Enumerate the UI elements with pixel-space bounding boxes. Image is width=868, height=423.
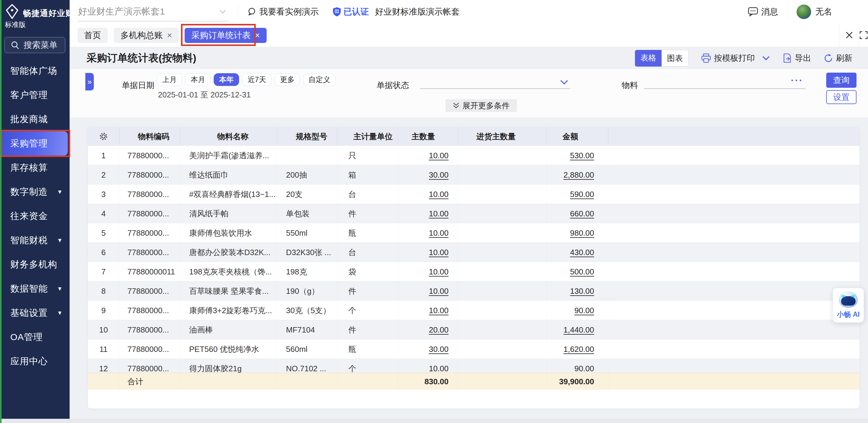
cell-name: 维达纸面巾 (180, 165, 277, 185)
date-preset-pill[interactable]: 本年 (214, 73, 239, 86)
sidebar-item-label: 数字制造 (10, 186, 48, 198)
view-chart-button[interactable]: 图表 (661, 50, 688, 67)
expand-more-button[interactable]: 展开更多条件 (445, 99, 517, 112)
amount-link[interactable]: 2,880.00 (563, 170, 594, 180)
query-button[interactable]: 查询 (826, 73, 857, 88)
sidebar-item[interactable]: 批发商城 (0, 107, 70, 131)
refresh-button[interactable]: 刷新 (824, 53, 852, 64)
avatar[interactable] (797, 4, 811, 19)
amount-link[interactable]: 590.00 (570, 190, 594, 199)
cell-name: 康师傅3+2旋彩卷巧克... (180, 301, 277, 320)
cell-name: 美润护手霜(渗透滋养... (180, 146, 277, 165)
window-controls (839, 24, 868, 46)
status-select[interactable] (420, 72, 570, 89)
sidebar-item[interactable]: 数字制造▾ (0, 180, 70, 204)
qty-link[interactable]: 10.00 (429, 248, 448, 257)
tab-close-icon[interactable]: × (167, 31, 172, 40)
demo-link-label: 我要看实例演示 (259, 6, 319, 18)
print-button[interactable]: 按模板打印 (701, 53, 770, 64)
date-preset-pill[interactable]: 近7天 (242, 73, 272, 86)
tab-多机构总账[interactable]: 多机构总账× (114, 28, 179, 43)
sidebar-item[interactable]: 客户管理 (0, 83, 70, 107)
qty-link[interactable]: 20.00 (429, 325, 448, 335)
amount-link[interactable]: 980.00 (570, 228, 594, 238)
qty-link[interactable]: 10.00 (429, 190, 448, 199)
sidebar-item[interactable]: 基础设置▾ (0, 301, 70, 325)
sidebar-item[interactable]: 库存核算 (0, 156, 70, 180)
tab-首页[interactable]: 首页 (78, 28, 108, 43)
date-preset-pill[interactable]: 更多 (275, 73, 300, 86)
qty-link[interactable]: 30.00 (429, 170, 448, 180)
sidebar-item[interactable]: 智能体广场 (0, 59, 70, 83)
fullscreen-icon[interactable] (859, 24, 868, 46)
collapse-filter-button[interactable]: » (85, 73, 94, 91)
gear-icon[interactable] (99, 132, 108, 141)
sidebar-item-label: 基础设置 (10, 307, 48, 319)
user-name: 无名 (815, 6, 832, 18)
cell-unit: 瓶 (337, 223, 398, 243)
cell-code: 77880000... (120, 146, 180, 165)
cell-qty: 10.00 (398, 262, 458, 282)
cell-filler (608, 262, 860, 282)
amount-link[interactable]: 90.00 (575, 364, 594, 373)
material-input[interactable]: ··· (644, 72, 806, 89)
ai-assistant-label: 小畅 AI (837, 310, 860, 319)
date-preset-pill[interactable]: 自定义 (303, 73, 336, 86)
qty-link[interactable]: 30.00 (429, 345, 448, 354)
qty-link[interactable]: 10.00 (429, 209, 448, 219)
sidebar-item[interactable]: 数据智能▾ (0, 276, 70, 301)
sidebar-item-label: 数据智能 (10, 283, 48, 295)
divider (238, 5, 238, 19)
cell-purchase_qty (458, 243, 547, 262)
qty-link[interactable]: 10.00 (429, 151, 448, 160)
sidebar-item[interactable]: 采购管理 (0, 131, 68, 156)
amount-link[interactable]: 1,440.00 (563, 325, 594, 335)
date-range-value[interactable]: 2025-01-01 至 2025-12-31 (158, 90, 251, 100)
cell-spec: 190（g） (277, 282, 337, 301)
close-icon[interactable] (839, 24, 859, 46)
messages-button[interactable]: 消息 (748, 6, 778, 18)
sidebar-item[interactable]: OA管理 (0, 325, 70, 349)
tab-采购订单统计表[interactable]: 采购订单统计表× (185, 28, 266, 43)
sidebar-search-input[interactable]: 搜索菜单 (4, 37, 65, 53)
amount-link[interactable]: 90.00 (575, 306, 594, 315)
caret-down-icon: ▾ (58, 309, 62, 317)
account-selector[interactable]: 好业财生产演示帐套1 (78, 2, 229, 22)
sidebar-item[interactable]: 财务多机构 (0, 252, 70, 276)
amount-link[interactable]: 530.00 (570, 151, 594, 160)
date-preset-pill[interactable]: 本月 (185, 73, 211, 86)
verified-badge[interactable]: 已认证 (333, 6, 369, 18)
more-options-icon[interactable]: ··· (791, 75, 803, 86)
col-header-spec: 规格型号 (277, 127, 337, 146)
export-button[interactable]: 导出 (783, 53, 811, 64)
cell-qty: 10.00 (398, 185, 458, 204)
qty-link[interactable]: 10.00 (429, 364, 448, 373)
col-header-rownum[interactable] (88, 127, 120, 146)
sidebar-item[interactable]: 往来资金 (0, 204, 70, 228)
view-table-button[interactable]: 表格 (635, 50, 661, 67)
amount-link[interactable]: 1,620.00 (563, 345, 594, 354)
qty-link[interactable]: 10.00 (429, 306, 448, 315)
spec (277, 373, 337, 390)
qty-link[interactable]: 10.00 (429, 267, 448, 276)
settings-button[interactable]: 设置 (826, 90, 857, 104)
sidebar-item[interactable]: 应用中心 (0, 349, 70, 373)
table-row: 477880000...清风纸手帕单包装件10.00660.00 (88, 204, 860, 223)
cell-filler (608, 320, 860, 339)
cell-code: 77880000... (120, 301, 180, 320)
logo-block: 畅捷通好业财 标准版 (0, 0, 70, 34)
date-preset-pill[interactable]: 上月 (157, 73, 182, 86)
amount-link[interactable]: 430.00 (570, 248, 594, 257)
qty-link[interactable]: 10.00 (429, 228, 448, 238)
table-row: 1077880000...油画棒MF7104件20.001,440.00 (88, 320, 860, 339)
ai-assistant-widget[interactable]: 小畅 AI (833, 288, 864, 323)
amount-link[interactable]: 130.00 (570, 287, 594, 296)
amount-link[interactable]: 660.00 (570, 209, 594, 219)
tab-close-icon[interactable]: × (255, 31, 260, 40)
qty-link[interactable]: 10.00 (429, 287, 448, 296)
sidebar-item[interactable]: 智能财税▾ (0, 228, 70, 252)
demo-link[interactable]: 我要看实例演示 (247, 6, 319, 18)
amount-link[interactable]: 500.00 (570, 267, 594, 276)
cell-name: 得力固体胶21g (180, 359, 277, 373)
window-edge-strip (0, 0, 1, 423)
